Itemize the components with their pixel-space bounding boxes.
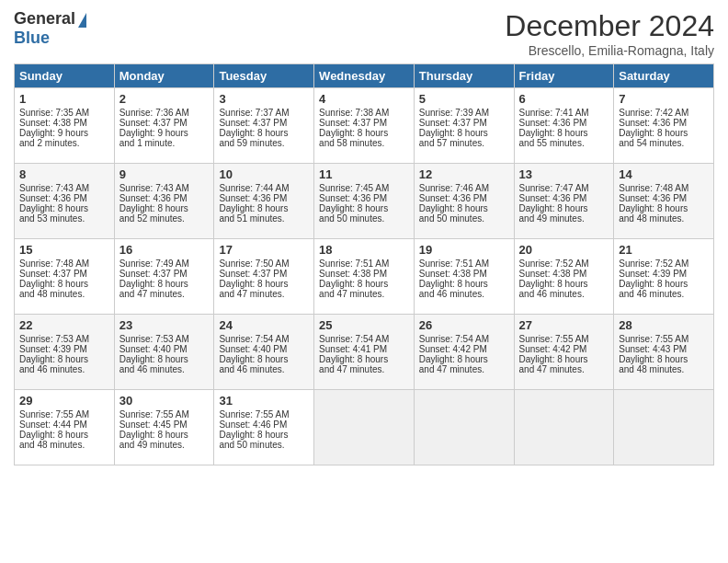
calendar-cell (514, 390, 614, 465)
day-number: 8 (19, 167, 109, 181)
day-info-line: Daylight: 8 hours (319, 203, 409, 213)
day-number: 6 (519, 92, 609, 106)
day-info-line: Daylight: 8 hours (419, 203, 509, 213)
day-info-line: Sunrise: 7:53 AM (119, 334, 210, 344)
day-header-tuesday: Tuesday (214, 64, 314, 88)
day-info-line: Sunset: 4:36 PM (619, 118, 709, 128)
day-info-line: Sunset: 4:36 PM (219, 193, 309, 203)
day-header-friday: Friday (514, 64, 614, 88)
day-info-line: Sunrise: 7:55 AM (219, 409, 309, 419)
day-info-line: and 49 minutes. (519, 213, 609, 224)
day-number: 15 (19, 243, 109, 257)
calendar-cell: 1Sunrise: 7:35 AMSunset: 4:38 PMDaylight… (15, 88, 115, 164)
calendar-header-row: SundayMondayTuesdayWednesdayThursdayFrid… (15, 64, 714, 88)
day-number: 10 (219, 167, 309, 181)
calendar-week-row: 29Sunrise: 7:55 AMSunset: 4:44 PMDayligh… (15, 390, 714, 465)
day-info-line: Sunrise: 7:35 AM (19, 108, 109, 118)
day-info-line: and 52 minutes. (119, 213, 210, 224)
day-header-sunday: Sunday (15, 64, 115, 88)
day-info-line: Sunset: 4:39 PM (619, 269, 709, 279)
day-info-line: Sunrise: 7:54 AM (419, 334, 509, 344)
day-info-line: and 51 minutes. (219, 213, 309, 224)
day-info-line: Sunset: 4:38 PM (519, 269, 609, 279)
day-header-wednesday: Wednesday (314, 64, 415, 88)
calendar-cell: 23Sunrise: 7:53 AMSunset: 4:40 PMDayligh… (114, 315, 214, 390)
day-info-line: Sunset: 4:37 PM (19, 269, 109, 279)
day-info-line: and 47 minutes. (319, 364, 409, 374)
day-info-line: Sunrise: 7:41 AM (519, 108, 609, 118)
calendar-cell: 7Sunrise: 7:42 AMSunset: 4:36 PMDaylight… (614, 88, 714, 164)
day-info-line: Daylight: 8 hours (219, 128, 309, 138)
calendar-cell: 10Sunrise: 7:44 AMSunset: 4:36 PMDayligh… (214, 164, 314, 239)
calendar-cell: 16Sunrise: 7:49 AMSunset: 4:37 PMDayligh… (114, 239, 214, 315)
day-info-line: Sunset: 4:38 PM (19, 118, 109, 128)
day-info-line: Sunrise: 7:51 AM (419, 259, 509, 269)
day-info-line: Daylight: 8 hours (219, 279, 309, 289)
day-info-line: Daylight: 8 hours (619, 203, 709, 213)
day-number: 23 (119, 318, 210, 332)
day-info-line: Daylight: 9 hours (119, 128, 210, 138)
calendar-cell: 31Sunrise: 7:55 AMSunset: 4:46 PMDayligh… (214, 390, 314, 465)
day-number: 29 (19, 394, 109, 408)
calendar-cell: 13Sunrise: 7:47 AMSunset: 4:36 PMDayligh… (514, 164, 614, 239)
day-number: 7 (619, 92, 709, 106)
day-info-line: Sunset: 4:36 PM (19, 193, 109, 203)
day-info-line: Sunset: 4:42 PM (519, 344, 609, 354)
month-title: December 2024 (505, 9, 714, 43)
day-info-line: Daylight: 8 hours (419, 279, 509, 289)
day-info-line: Sunrise: 7:55 AM (519, 334, 609, 344)
day-number: 19 (419, 243, 509, 257)
day-info-line: Daylight: 9 hours (19, 128, 109, 138)
day-info-line: Sunrise: 7:45 AM (319, 183, 409, 193)
day-info-line: Daylight: 8 hours (19, 430, 109, 440)
day-info-line: Sunset: 4:36 PM (519, 118, 609, 128)
calendar-cell: 2Sunrise: 7:36 AMSunset: 4:37 PMDaylight… (114, 88, 214, 164)
day-info-line: Sunset: 4:37 PM (219, 269, 309, 279)
day-number: 25 (319, 318, 409, 332)
day-info-line: Sunrise: 7:48 AM (619, 183, 709, 193)
calendar-cell: 17Sunrise: 7:50 AMSunset: 4:37 PMDayligh… (214, 239, 314, 315)
day-info-line: and 47 minutes. (219, 289, 309, 299)
calendar-cell (614, 390, 714, 465)
calendar-cell: 12Sunrise: 7:46 AMSunset: 4:36 PMDayligh… (414, 164, 514, 239)
day-info-line: and 46 minutes. (119, 364, 210, 374)
day-info-line: Daylight: 8 hours (119, 203, 210, 213)
day-info-line: Sunrise: 7:43 AM (119, 183, 210, 193)
day-info-line: Sunrise: 7:53 AM (19, 334, 109, 344)
day-info-line: Sunrise: 7:51 AM (319, 259, 409, 269)
day-number: 31 (219, 394, 309, 408)
day-info-line: Sunrise: 7:38 AM (319, 108, 409, 118)
calendar-cell: 19Sunrise: 7:51 AMSunset: 4:38 PMDayligh… (414, 239, 514, 315)
day-info-line: and 53 minutes. (19, 213, 109, 224)
calendar-cell: 14Sunrise: 7:48 AMSunset: 4:36 PMDayligh… (614, 164, 714, 239)
day-info-line: Sunset: 4:45 PM (119, 419, 210, 430)
day-info-line: Sunrise: 7:54 AM (319, 334, 409, 344)
day-info-line: Daylight: 8 hours (219, 203, 309, 213)
calendar-cell: 20Sunrise: 7:52 AMSunset: 4:38 PMDayligh… (514, 239, 614, 315)
day-info-line: Sunset: 4:46 PM (219, 419, 309, 430)
day-info-line: Sunset: 4:36 PM (519, 193, 609, 203)
day-number: 26 (419, 318, 509, 332)
day-number: 22 (19, 318, 109, 332)
calendar-cell: 21Sunrise: 7:52 AMSunset: 4:39 PMDayligh… (614, 239, 714, 315)
location-text: Brescello, Emilia-Romagna, Italy (505, 43, 714, 58)
day-number: 5 (419, 92, 509, 106)
day-info-line: and 55 minutes. (519, 138, 609, 148)
day-info-line: Sunrise: 7:44 AM (219, 183, 309, 193)
day-info-line: Daylight: 8 hours (219, 354, 309, 364)
day-info-line: Sunrise: 7:55 AM (19, 409, 109, 419)
calendar-week-row: 8Sunrise: 7:43 AMSunset: 4:36 PMDaylight… (15, 164, 714, 239)
day-number: 30 (119, 394, 210, 408)
day-number: 18 (319, 243, 409, 257)
day-info-line: Sunrise: 7:54 AM (219, 334, 309, 344)
calendar-cell (314, 390, 415, 465)
day-info-line: Sunrise: 7:47 AM (519, 183, 609, 193)
day-info-line: and 50 minutes. (419, 213, 509, 224)
day-info-line: and 47 minutes. (419, 364, 509, 374)
day-number: 27 (519, 318, 609, 332)
calendar-cell: 30Sunrise: 7:55 AMSunset: 4:45 PMDayligh… (114, 390, 214, 465)
day-info-line: and 49 minutes. (119, 440, 210, 450)
day-info-line: Sunset: 4:43 PM (619, 344, 709, 354)
day-info-line: Sunrise: 7:36 AM (119, 108, 210, 118)
day-number: 17 (219, 243, 309, 257)
